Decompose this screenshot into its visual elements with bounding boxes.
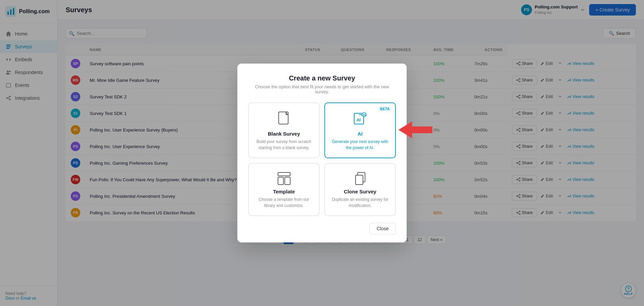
svg-rect-51 — [278, 177, 283, 185]
svg-rect-52 — [285, 177, 290, 185]
template-icon — [254, 172, 314, 185]
blank-survey-icon — [254, 111, 314, 127]
template-desc: Choose a template from our library and c… — [254, 196, 314, 209]
modal-footer: Close — [248, 223, 396, 234]
red-arrow — [399, 121, 432, 140]
create-survey-modal: Create a new Survey Choose the option th… — [237, 64, 407, 242]
close-modal-button[interactable]: Close — [369, 223, 396, 234]
modal-subtitle: Choose the option that best fit your nee… — [248, 84, 396, 94]
modal-option-template[interactable]: Template Choose a template from our libr… — [248, 163, 320, 216]
blank-survey-title: Blank Survey — [254, 131, 314, 137]
clone-icon — [330, 172, 390, 185]
modal-option-clone[interactable]: Clone Survey Duplicate an existing surve… — [324, 163, 396, 216]
svg-marker-49 — [399, 121, 432, 138]
svg-text:AI: AI — [357, 118, 361, 122]
modal-option-ai[interactable]: BETA AI AI AI Generate your next survey … — [324, 102, 396, 158]
ai-option-desc: Generate your next survey with the power… — [330, 139, 390, 151]
modal-options: Blank Survey Build your survey from scra… — [248, 102, 396, 216]
svg-text:AI: AI — [363, 113, 366, 117]
ai-icon: AI AI — [330, 111, 390, 127]
beta-badge: BETA — [378, 107, 392, 112]
modal-option-blank[interactable]: Blank Survey Build your survey from scra… — [248, 102, 320, 158]
clone-title: Clone Survey — [330, 189, 390, 194]
svg-rect-54 — [356, 175, 363, 185]
modal-overlay[interactable]: Create a new Survey Choose the option th… — [0, 0, 644, 306]
clone-desc: Duplicate an existing survey for modific… — [330, 196, 390, 209]
template-title: Template — [254, 189, 314, 194]
svg-rect-50 — [278, 172, 290, 176]
ai-option-title: AI — [330, 131, 390, 137]
modal-title: Create a new Survey — [248, 74, 396, 82]
blank-survey-desc: Build your survey from scratch starting … — [254, 139, 314, 151]
